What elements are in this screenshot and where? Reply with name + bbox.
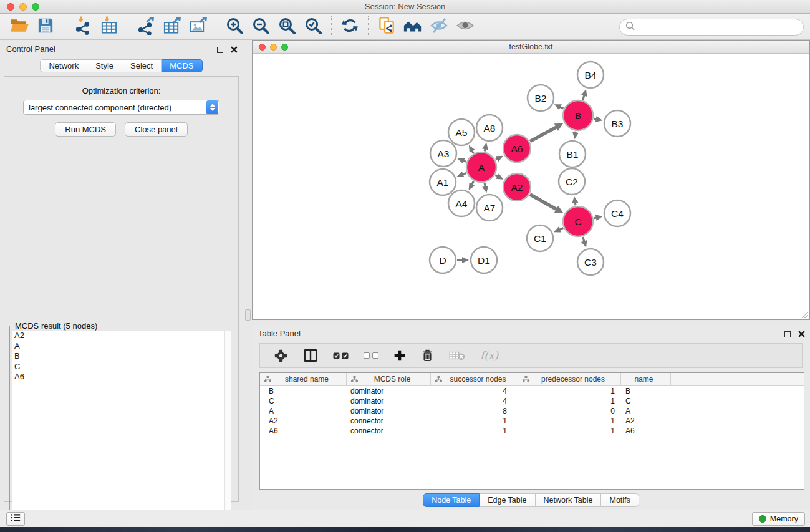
table-cell[interactable]: 0 [518,407,621,415]
task-history-button[interactable] [6,512,25,526]
table-cell[interactable]: 1 [518,397,621,405]
graph-arrowhead-A-A1 [456,172,464,177]
tab-edge-table[interactable]: Edge Table [480,493,535,507]
table-cell[interactable]: 1 [518,387,621,395]
result-item-A[interactable]: A [12,341,224,352]
search-input[interactable] [638,21,803,34]
export-table-button[interactable] [158,16,185,38]
table-settings-button[interactable] [274,349,288,363]
clone-network-button[interactable] [374,16,400,38]
table-cell[interactable]: dominator [347,387,431,395]
memory-button[interactable]: Memory [752,512,805,526]
table-cell[interactable]: 1 [518,427,621,435]
zoom-out-button[interactable] [248,16,274,38]
zoom-fit-button[interactable] [274,16,300,38]
table-cell[interactable]: 1 [431,417,518,425]
tab-node-table[interactable]: Node Table [423,493,480,507]
tab-select[interactable]: Select [122,59,162,72]
zoom-in-button[interactable] [221,16,248,38]
mcds-result-box: MCDS result (5 nodes) A2ABCA6 [9,321,233,532]
table-row-A[interactable]: Adominator80A [260,406,804,416]
tab-style[interactable]: Style [87,59,122,72]
result-item-B[interactable]: B [12,351,224,362]
table-cell[interactable]: A6 [621,427,671,435]
export-network-button[interactable] [132,16,158,38]
save-session-button[interactable] [32,16,59,38]
task-list-icon [10,513,21,525]
column-header-MCDS-role[interactable]: MCDS role [347,373,431,385]
deselect-all-columns-button[interactable] [364,352,378,359]
table-cell[interactable]: connector [347,427,431,435]
graph-arrowhead-A-A3 [458,158,465,163]
table-row-A2[interactable]: A2connector11A2 [260,416,804,426]
graph-node-label-A5: A5 [456,127,468,138]
column-header-name[interactable]: name [621,373,671,385]
close-panel-icon[interactable] [231,44,238,56]
graph-edge-C-C1 [559,228,563,230]
first-neighbors-button[interactable] [400,16,426,38]
column-header-predecessor-nodes[interactable]: predecessor nodes [518,373,621,385]
table-cell[interactable]: 4 [431,387,518,395]
open-session-button[interactable] [6,16,32,38]
column-header-shared-name[interactable]: shared name [260,373,347,385]
refresh-layout-button[interactable] [337,16,363,38]
network-view-window: testGlobe.txt B4B2BB3A8A5A6A3B1AC2A1A2A4… [252,40,810,320]
result-list-scrollbar[interactable] [224,331,231,532]
table-cell[interactable]: A2 [260,417,347,425]
tab-motifs[interactable]: Motifs [601,493,639,507]
zoom-selected-button[interactable] [300,16,326,38]
result-item-A6[interactable]: A6 [12,372,224,382]
add-column-button[interactable] [393,349,406,362]
run-mcds-button[interactable]: Run MCDS [55,122,116,137]
hide-selected-button[interactable] [426,16,452,38]
float-table-panel-icon[interactable] [784,331,791,337]
table-row-A6[interactable]: A6connector11A6 [260,426,804,436]
refresh-icon [341,17,359,37]
criterion-dropdown[interactable]: largest connected component (directed) [23,100,219,115]
main-toolbar [0,14,810,40]
graph-node-label-A: A [478,162,485,173]
result-item-C[interactable]: C [12,362,224,372]
tab-network[interactable]: Network [40,59,87,72]
column-view-button[interactable] [303,348,318,363]
import-network-icon [74,16,92,37]
delete-column-button[interactable] [421,349,434,362]
float-panel-icon[interactable] [217,47,223,53]
table-cell[interactable]: 1 [518,417,621,425]
vertical-splitter-grip[interactable] [245,309,251,321]
table-cell[interactable]: B [260,387,347,395]
import-network-button[interactable] [69,16,95,38]
table-row-C[interactable]: Cdominator41C [260,396,804,406]
table-cell[interactable]: A6 [260,427,347,435]
import-table-button[interactable] [95,16,122,38]
result-item-A2[interactable]: A2 [12,331,224,341]
table-cell[interactable]: A [260,407,347,415]
tab-mcds[interactable]: MCDS [162,59,202,72]
column-type-icon [523,376,529,382]
show-all-button[interactable] [452,16,478,38]
select-all-columns-button[interactable] [333,352,349,359]
status-bar: Memory [0,510,810,527]
close-table-panel-icon[interactable] [798,329,805,340]
network-canvas[interactable]: B4B2BB3A8A5A6A3B1AC2A1A2A4A7C4CC1DD1C3 [253,54,809,319]
table-cell[interactable]: A2 [621,417,671,425]
tab-network-table[interactable]: Network Table [536,493,602,507]
column-header-successor-nodes[interactable]: successor nodes [431,373,518,385]
table-cell[interactable]: dominator [347,397,431,405]
table-cell[interactable]: dominator [347,407,431,415]
table-row-B[interactable]: Bdominator41B [260,386,804,396]
table-cell[interactable]: connector [347,417,431,425]
table-cell[interactable]: C [260,397,347,405]
table-cell[interactable]: 4 [431,397,518,405]
dropdown-stepper-icon [206,100,218,114]
table-cell[interactable]: B [621,387,671,395]
floppy-disk-icon [37,17,54,36]
table-cell[interactable]: A [621,407,671,415]
export-image-button[interactable] [185,16,211,38]
network-window-titlebar[interactable]: testGlobe.txt [253,41,809,54]
table-cell[interactable]: C [621,397,671,405]
close-panel-button[interactable]: Close panel [125,122,188,137]
table-cell[interactable]: 8 [431,407,518,415]
table-cell[interactable]: 1 [431,427,518,435]
mcds-tab-content: Optimization criterion: largest connecte… [4,76,239,502]
